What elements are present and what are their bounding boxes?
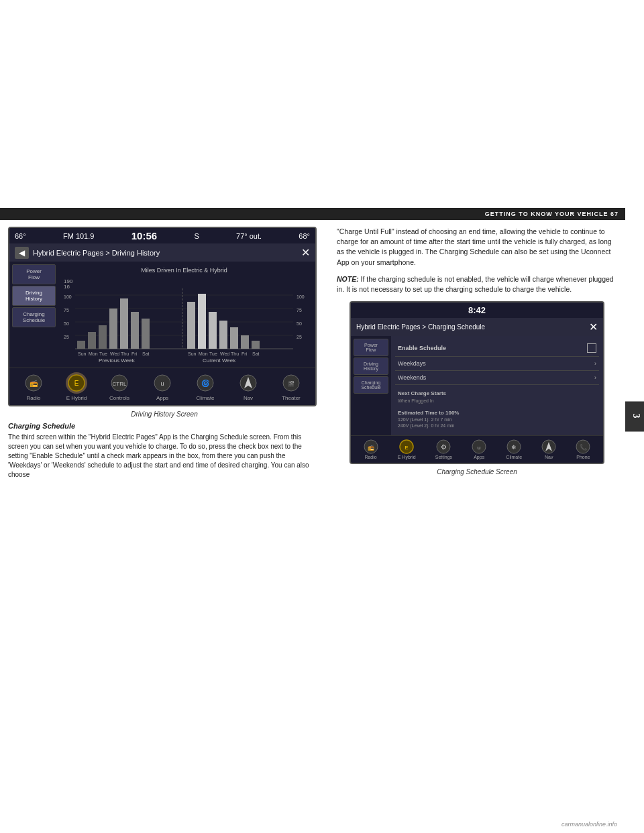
driving-history-caption: Driving History Screen — [8, 410, 321, 418]
next-charge-subtitle: When Plugged In — [398, 398, 596, 404]
svg-rect-16 — [88, 332, 96, 349]
svg-rect-18 — [109, 309, 117, 349]
controls-label: Controls — [109, 395, 129, 401]
climate-icon-item[interactable]: 🌀 Climate — [195, 372, 216, 401]
chart-sidebar: PowerFlow DrivingHistory ChargingSchedul… — [12, 264, 56, 365]
sm-apps-item[interactable]: u Apps — [472, 439, 486, 459]
svg-text:🎬: 🎬 — [288, 380, 294, 387]
weekends-arrow: › — [594, 374, 596, 381]
controls-icon: CTRL — [109, 372, 130, 394]
sm-settings-item[interactable]: ⚙ Settings — [435, 439, 452, 459]
climate-icon: 🌀 — [195, 372, 216, 394]
sm-nav-item[interactable]: Nav — [541, 439, 556, 459]
sm-status-bar: 8:42 — [351, 302, 603, 318]
apps-label: Apps — [156, 395, 168, 401]
ehybrid-icon-item[interactable]: E E Hybrid — [66, 372, 87, 401]
svg-text:Fri: Fri — [241, 351, 248, 356]
sm-driving-history-btn[interactable]: DrivingHistory — [354, 357, 388, 375]
driving-history-screen: 66° FM 101.9 10:56 S 77° out. 68° ◀ Hybr… — [8, 227, 317, 406]
weekends-item[interactable]: Weekends › — [395, 371, 599, 385]
note-prefix: NOTE: — [337, 275, 359, 283]
driving-history-btn[interactable]: DrivingHistory — [12, 286, 56, 306]
svg-text:u: u — [160, 380, 164, 387]
theater-icon-item[interactable]: 🎬 Theater — [280, 372, 302, 401]
svg-text:Thu: Thu — [121, 351, 129, 356]
charging-schedule-caption: Charging Schedule Screen — [337, 468, 617, 476]
sm-phone-item[interactable]: 📞 Phone — [576, 439, 590, 459]
weekdays-arrow: › — [594, 360, 596, 367]
power-flow-btn[interactable]: PowerFlow — [12, 264, 56, 284]
estimated-line1: 120V (Level 1): 2 hr 7 min — [398, 416, 596, 423]
nav-title: Hybrid Electric Pages > Driving History — [33, 249, 160, 257]
weekdays-item[interactable]: Weekdays › — [395, 357, 599, 371]
sm-radio-icon: 📻 — [364, 439, 378, 454]
sm-time: 8:42 — [468, 305, 486, 315]
signal-display: S — [194, 232, 199, 240]
sm-phone-label: Phone — [576, 455, 590, 459]
radio-label: Radio — [27, 395, 41, 401]
apps-icon: u — [152, 372, 173, 394]
enable-schedule-item[interactable]: Enable Schedule — [395, 340, 599, 357]
svg-rect-29 — [252, 341, 260, 349]
controls-icon-item[interactable]: CTRL Controls — [109, 372, 130, 401]
sm-close-button[interactable]: ✕ — [589, 321, 598, 333]
intro-text: "Charge Until Full" instead of choosing … — [337, 227, 617, 268]
svg-rect-26 — [219, 321, 227, 349]
nav-icon-item[interactable]: Nav — [237, 372, 259, 401]
estimated-title: Estimated Time to 100% — [398, 410, 596, 416]
svg-text:E: E — [405, 445, 408, 451]
screen-icons-bar: 📻 Radio E E Hybrid CTRL Controls — [9, 368, 315, 405]
nav-icon — [237, 372, 259, 394]
enable-schedule-label: Enable Schedule — [398, 345, 446, 351]
schedule-content: Enable Schedule Weekdays › Weekends › Ne… — [391, 336, 603, 435]
svg-text:Thu: Thu — [231, 351, 239, 356]
note-content: If the charging schedule is not enabled,… — [337, 275, 614, 293]
svg-rect-20 — [131, 312, 139, 349]
svg-text:100: 100 — [297, 294, 305, 299]
apps-icon-item[interactable]: u Apps — [152, 372, 173, 401]
section-title: Charging Schedule — [8, 422, 321, 430]
sm-settings-label: Settings — [435, 455, 452, 459]
radio-icon-item[interactable]: 📻 Radio — [23, 372, 44, 401]
sm-content-area: PowerFlow DrivingHistory ChargingSchedul… — [351, 336, 603, 435]
svg-text:50: 50 — [297, 321, 302, 326]
sm-nav-icon — [541, 439, 556, 454]
sm-charging-schedule-btn[interactable]: ChargingSchedule — [354, 376, 388, 394]
svg-text:Previous Week: Previous Week — [99, 357, 136, 362]
screen-nav-bar: ◀ Hybrid Electric Pages > Driving Histor… — [9, 243, 315, 262]
theater-label: Theater — [282, 395, 301, 401]
radio-display: FM 101.9 — [63, 232, 94, 240]
enable-schedule-checkbox[interactable] — [587, 343, 596, 353]
svg-text:16: 16 — [64, 284, 70, 290]
sm-apps-label: Apps — [474, 455, 484, 459]
charging-schedule-btn[interactable]: ChargingSchedule — [12, 307, 56, 327]
chart-svg: 190 16 100 75 50 25 100 75 50 25 — [58, 275, 310, 362]
svg-rect-19 — [120, 298, 128, 349]
sm-ehybrid-item[interactable]: E E Hybrid — [398, 439, 416, 459]
sm-power-flow-btn[interactable]: PowerFlow — [354, 339, 388, 356]
watermark: carmanualonline.info — [561, 821, 617, 828]
sm-ehybrid-icon: E — [399, 439, 414, 454]
close-button[interactable]: ✕ — [301, 246, 310, 259]
right-column: "Charge Until Full" instead of choosing … — [329, 220, 625, 833]
page-number: 3 — [631, 414, 641, 420]
svg-text:Sun: Sun — [188, 351, 197, 356]
sm-nav-label: Nav — [545, 455, 553, 459]
radio-icon: 📻 — [23, 372, 44, 394]
theater-icon: 🎬 — [280, 372, 302, 394]
svg-text:25: 25 — [64, 335, 69, 339]
sm-ehybrid-label: E Hybrid — [398, 455, 416, 459]
body-text: The third screen within the "Hybrid Elec… — [8, 433, 321, 480]
chart-title: Miles Driven In Electric & Hybrid — [58, 267, 310, 274]
sm-radio-item[interactable]: 📻 Radio — [364, 439, 378, 459]
sm-climate-item[interactable]: ❄ Climate — [506, 439, 522, 459]
svg-text:75: 75 — [297, 308, 302, 313]
main-content: 66° FM 101.9 10:56 S 77° out. 68° ◀ Hybr… — [0, 220, 625, 833]
svg-rect-15 — [77, 341, 85, 349]
intro-content: "Charge Until Full" instead of choosing … — [337, 227, 612, 266]
back-button[interactable]: ◀ — [15, 247, 29, 259]
svg-text:📻: 📻 — [368, 444, 374, 451]
page-number-tab: 3 — [625, 402, 644, 432]
screen-status-bar: 66° FM 101.9 10:56 S 77° out. 68° — [9, 228, 315, 243]
temp-right: 68° — [299, 232, 310, 240]
